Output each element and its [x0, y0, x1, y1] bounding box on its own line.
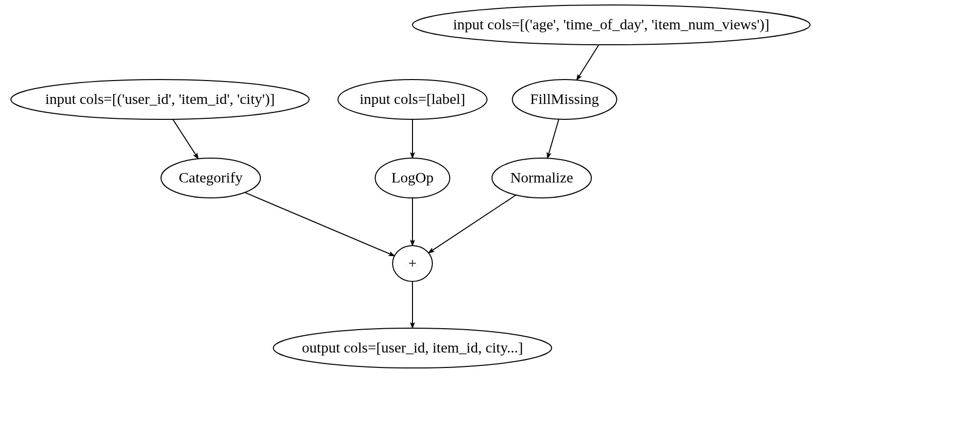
- edge-arrow: [576, 45, 599, 80]
- node-label: input cols=[('user_id', 'item_id', 'city…: [45, 90, 275, 107]
- node-label: +: [408, 255, 417, 271]
- edge-arrow: [548, 119, 559, 159]
- node-label: Categorify: [179, 169, 243, 185]
- node-fill-missing: FillMissing: [512, 80, 617, 119]
- node-label: input cols=[label]: [360, 90, 466, 107]
- node-categorify: Categorify: [161, 158, 260, 198]
- node-output: output cols=[user_id, item_id, city...]: [273, 328, 552, 368]
- node-label: FillMissing: [530, 90, 599, 107]
- edge-arrow: [245, 192, 395, 256]
- node-normalize: Normalize: [492, 158, 591, 198]
- node-label: input cols=[('age', 'time_of_day', 'item…: [453, 16, 770, 33]
- workflow-diagram: input cols=[('age', 'time_of_day', 'item…: [0, 0, 980, 447]
- node-label: LogOp: [392, 169, 434, 185]
- node-input-cat: input cols=[('user_id', 'item_id', 'city…: [11, 80, 309, 119]
- edge-arrow: [428, 195, 516, 253]
- node-input-cont: input cols=[('age', 'time_of_day', 'item…: [412, 5, 810, 45]
- node-input-label: input cols=[label]: [338, 80, 487, 119]
- edge-arrow: [173, 119, 198, 159]
- node-plus: +: [393, 246, 432, 281]
- node-logop: LogOp: [375, 158, 450, 198]
- node-label: output cols=[user_id, item_id, city...]: [302, 339, 523, 356]
- node-label: Normalize: [510, 169, 573, 185]
